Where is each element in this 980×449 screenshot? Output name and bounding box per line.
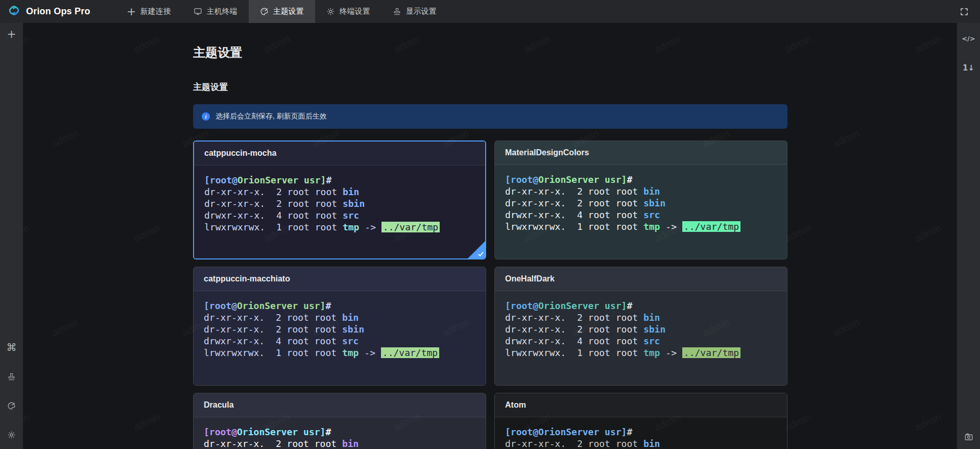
main-content: 主题设置 主题设置 i 选择后会立刻保存, 刷新页面后生效 catppuccin… xyxy=(23,23,957,449)
theme-name: catppuccin-macchiato xyxy=(204,274,290,283)
sidebar-settings-button[interactable] xyxy=(3,429,21,441)
info-alert-text: 选择后会立刻保存, 刷新页面后生效 xyxy=(216,112,327,121)
right-sidebar: </>1↓ xyxy=(957,23,980,449)
nav-item-label: 主机终端 xyxy=(207,7,237,16)
terminal-listing-line: drwxr-xr-x. 4 root root src xyxy=(505,209,777,221)
sidebar-screenshot-button[interactable] xyxy=(960,431,978,443)
sidebar-code-editor-button[interactable]: </> xyxy=(960,32,978,44)
page-title: 主题设置 xyxy=(193,44,787,61)
terminal-listing-line: lrwxrwxrwx. 1 root root tmp -> ../var/tm… xyxy=(505,347,777,359)
nav-item-label: 显示设置 xyxy=(406,7,437,16)
app-brand[interactable]: Orion Ops Pro xyxy=(0,0,102,23)
terminal-listing-line: drwxr-xr-x. 4 root root src xyxy=(505,335,777,347)
gear-icon xyxy=(326,7,335,16)
app-title: Orion Ops Pro xyxy=(26,6,90,17)
terminal-prompt-line: [root@OrionServer usr]# xyxy=(505,174,777,185)
terminal-listing-line: dr-xr-xr-x. 2 root root bin xyxy=(505,185,777,197)
theme-card-header: catppuccin-macchiato xyxy=(194,267,486,291)
section-title: 主题设置 xyxy=(193,81,787,93)
terminal-listing-line: lrwxrwxrwx. 1 root root tmp -> ../var/tm… xyxy=(505,221,777,232)
theme-terminal-preview: [root@OrionServer usr]#dr-xr-xr-x. 2 roo… xyxy=(194,166,485,259)
sidebar-sort-button[interactable]: 1↓ xyxy=(960,62,978,74)
fullscreen-icon[interactable] xyxy=(957,4,972,19)
terminal-listing-line: dr-xr-xr-x. 2 root root bin xyxy=(204,312,475,323)
sidebar-display-button[interactable] xyxy=(3,370,21,383)
stamp-icon xyxy=(7,372,16,381)
theme-terminal-preview: [root@OrionServer usr]#dr-xr-xr-x. 2 roo… xyxy=(495,417,787,449)
theme-terminal-preview: [root@OrionServer usr]#dr-xr-xr-x. 2 roo… xyxy=(194,417,486,449)
terminal-prompt-line: [root@OrionServer usr]# xyxy=(204,300,475,312)
terminal-listing-line: dr-xr-xr-x. 2 root root bin xyxy=(505,438,777,449)
nav-item-new-connection[interactable]: +新建连接 xyxy=(116,0,182,23)
info-icon: i xyxy=(202,112,210,121)
terminal-listing-line: drwxr-xr-x. 4 root root src xyxy=(204,335,475,347)
terminal-listing-line: dr-xr-xr-x. 2 root root bin xyxy=(204,186,475,198)
theme-terminal-preview: [root@OrionServer usr]#dr-xr-xr-x. 2 roo… xyxy=(495,291,787,386)
camera-icon xyxy=(964,432,973,441)
theme-card-OneHalfDark[interactable]: OneHalfDark [root@OrionServer usr]#dr-xr… xyxy=(494,267,787,386)
nav-item-label: 新建连接 xyxy=(140,7,171,16)
nav-item-host-terminal[interactable]: 主机终端 xyxy=(182,0,249,23)
terminal-listing-line: dr-xr-xr-x. 2 root root bin xyxy=(204,438,475,449)
nav-item-label: 主题设置 xyxy=(273,7,304,16)
theme-card-header: Dracula xyxy=(194,393,486,417)
main-nav: +新建连接主机终端主题设置终端设置显示设置 xyxy=(116,0,448,23)
theme-name: OneHalfDark xyxy=(505,274,555,283)
theme-card-header: Atom xyxy=(495,393,787,417)
terminal-prompt-line: [root@OrionServer usr]# xyxy=(505,300,777,312)
nav-item-label: 终端设置 xyxy=(340,7,370,16)
gear-icon xyxy=(7,431,16,439)
monitor-icon xyxy=(194,7,202,16)
terminal-prompt-line: [root@OrionServer usr]# xyxy=(505,426,777,438)
code-icon: </> xyxy=(962,35,975,42)
terminal-listing-line: drwxr-xr-x. 4 root root src xyxy=(204,209,475,221)
nav-item-terminal-settings[interactable]: 终端设置 xyxy=(315,0,381,23)
numeric-sort-icon: 1↓ xyxy=(963,64,974,72)
terminal-prompt-line: [root@OrionServer usr]# xyxy=(204,426,475,438)
theme-card-grid: catppuccin-mocha [root@OrionServer usr]#… xyxy=(193,140,787,449)
theme-card-catppuccin-mocha[interactable]: catppuccin-mocha [root@OrionServer usr]#… xyxy=(193,140,486,259)
terminal-listing-line: lrwxrwxrwx. 1 root root tmp -> ../var/tm… xyxy=(204,221,475,233)
stamp-icon xyxy=(393,7,401,16)
left-sidebar: + ⌘ xyxy=(0,23,23,449)
terminal-prompt-line: [root@OrionServer usr]# xyxy=(204,174,475,186)
terminal-listing-line: dr-xr-xr-x. 2 root root sbin xyxy=(204,198,475,209)
app-logo-icon xyxy=(7,4,21,19)
top-navbar: Orion Ops Pro +新建连接主机终端主题设置终端设置显示设置 xyxy=(0,0,980,23)
plus-icon: + xyxy=(127,7,136,16)
theme-card-header: OneHalfDark xyxy=(495,267,787,291)
theme-name: Dracula xyxy=(204,400,234,410)
sidebar-add-button[interactable]: + xyxy=(3,28,21,40)
nav-item-display-settings[interactable]: 显示设置 xyxy=(381,0,448,23)
theme-card-header: MaterialDesignColors xyxy=(495,141,787,165)
sidebar-theme-button[interactable] xyxy=(3,399,21,412)
theme-card-header: catppuccin-mocha xyxy=(194,141,485,166)
palette-icon xyxy=(7,401,16,410)
info-alert: i 选择后会立刻保存, 刷新页面后生效 xyxy=(193,104,787,129)
palette-icon xyxy=(260,7,269,16)
theme-terminal-preview: [root@OrionServer usr]#dr-xr-xr-x. 2 roo… xyxy=(495,165,787,259)
terminal-listing-line: dr-xr-xr-x. 2 root root sbin xyxy=(505,197,777,209)
theme-card-catppuccin-macchiato[interactable]: catppuccin-macchiato [root@OrionServer u… xyxy=(193,267,486,386)
terminal-listing-line: dr-xr-xr-x. 2 root root bin xyxy=(505,312,777,323)
theme-card-Dracula[interactable]: Dracula [root@OrionServer usr]#dr-xr-xr-… xyxy=(193,393,486,449)
theme-card-Atom[interactable]: Atom [root@OrionServer usr]#dr-xr-xr-x. … xyxy=(494,393,787,449)
terminal-listing-line: lrwxrwxrwx. 1 root root tmp -> ../var/tm… xyxy=(204,347,475,359)
theme-name: catppuccin-mocha xyxy=(204,149,276,158)
plus-icon: + xyxy=(7,29,16,40)
theme-card-MaterialDesignColors[interactable]: MaterialDesignColors [root@OrionServer u… xyxy=(494,140,787,259)
sidebar-shortcut-commands-button[interactable]: ⌘ xyxy=(3,341,21,353)
command-icon: ⌘ xyxy=(7,342,17,352)
theme-name: MaterialDesignColors xyxy=(505,148,589,157)
nav-item-theme-settings[interactable]: 主题设置 xyxy=(249,0,315,23)
terminal-listing-line: dr-xr-xr-x. 2 root root sbin xyxy=(505,323,777,335)
theme-terminal-preview: [root@OrionServer usr]#dr-xr-xr-x. 2 roo… xyxy=(194,291,486,386)
theme-name: Atom xyxy=(505,400,526,410)
terminal-listing-line: dr-xr-xr-x. 2 root root sbin xyxy=(204,323,475,335)
